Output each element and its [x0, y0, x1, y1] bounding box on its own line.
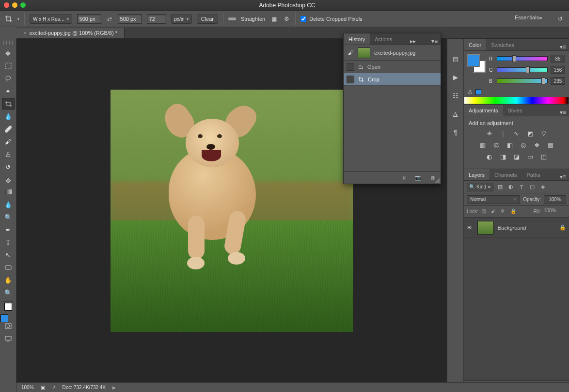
document-tab[interactable]: × excited-puppy.jpg @ 100% (RGB/8) * [16, 28, 125, 38]
delete-cropped-checkbox[interactable]: Delete Cropped Pixels [300, 16, 362, 22]
tools-gripper[interactable] [3, 41, 13, 45]
levels-icon[interactable]: ⟊ [499, 129, 507, 138]
minimize-window-button[interactable] [12, 2, 17, 8]
crop-settings-icon[interactable]: ⚙ [283, 15, 290, 23]
channel-mixer-icon[interactable]: ❖ [533, 141, 541, 149]
layer-name[interactable]: Background [498, 225, 555, 231]
pen-tool[interactable]: ✒ [2, 224, 15, 235]
resize-handle[interactable] [435, 178, 440, 183]
history-collapse-icon[interactable]: ▸▸ [407, 38, 419, 45]
brightness-contrast-icon[interactable]: ☀ [485, 129, 494, 138]
crop-width-field[interactable]: 500 px [77, 14, 101, 24]
brush-presets-icon[interactable]: ☷ [450, 90, 461, 101]
vibrance-icon[interactable]: ▽ [539, 129, 548, 138]
filter-adjustment-icon[interactable]: ◐ [507, 183, 515, 191]
layer-visibility-icon[interactable]: 👁 [467, 225, 474, 231]
clone-stamp-tool[interactable] [2, 148, 15, 160]
fg-bg-color-chips[interactable] [468, 55, 485, 72]
filter-pixel-icon[interactable]: ▧ [496, 183, 504, 191]
eyedropper-tool[interactable]: 💧 [2, 110, 15, 122]
lock-transparency-icon[interactable]: ▨ [481, 208, 488, 215]
lock-pixels-icon[interactable]: 🖌 [491, 208, 498, 215]
tab-styles[interactable]: Styles [503, 105, 527, 116]
gamut-warning-icon[interactable]: ⚠ [468, 89, 473, 95]
history-state[interactable]: 🗀 Open [344, 61, 441, 73]
screen-mode-toggle[interactable] [2, 333, 15, 345]
resolution-unit-dropdown[interactable]: px/in▾ [171, 14, 192, 24]
swap-dimensions-button[interactable]: ⇄ [106, 16, 113, 22]
document-image[interactable] [111, 90, 353, 332]
blur-tool[interactable]: 💧 [2, 199, 15, 210]
brush-tool[interactable]: 🖌 [2, 136, 15, 147]
history-brush-tool[interactable]: ↺ [2, 161, 15, 172]
exposure-icon[interactable]: ◩ [526, 129, 535, 138]
history-state[interactable]: Crop [344, 73, 441, 86]
posterize-icon[interactable]: ◨ [499, 152, 507, 161]
path-selection-tool[interactable]: ↖ [2, 249, 15, 261]
websafe-warning-icon[interactable] [475, 89, 481, 95]
history-panel-menu-icon[interactable]: ▾≡ [428, 38, 441, 45]
status-preview-icon[interactable]: ▣ [41, 385, 45, 390]
g-slider[interactable]: G 156 [489, 66, 565, 74]
overlay-options-icon[interactable]: ▦ [270, 15, 278, 23]
color-swatches[interactable] [1, 306, 15, 319]
layers-panel-menu-icon[interactable]: ▾≡ [557, 173, 569, 180]
dodge-tool[interactable]: 🔍 [2, 211, 15, 223]
invert-icon[interactable]: ◐ [485, 152, 494, 161]
black-white-icon[interactable]: ◧ [506, 141, 514, 149]
clear-button[interactable]: Clear [197, 14, 218, 24]
b-slider[interactable]: B 235 [489, 77, 565, 85]
r-slider[interactable]: R 88 [489, 55, 565, 63]
curves-icon[interactable]: ∿ [512, 129, 521, 138]
hand-tool[interactable]: ✋ [2, 274, 15, 286]
timeline-play-icon[interactable]: ▶ [450, 72, 461, 82]
tab-adjustments[interactable]: Adjustments [464, 105, 503, 116]
crop-height-field[interactable]: 500 px [118, 14, 142, 24]
straighten-label[interactable]: Straighten [241, 16, 265, 22]
gradient-map-icon[interactable]: ▭ [526, 152, 535, 161]
paragraph-panel-icon[interactable]: ¶ [450, 127, 461, 138]
threshold-icon[interactable]: ◪ [512, 152, 521, 161]
tab-layers[interactable]: Layers [464, 169, 490, 180]
color-panel-menu-icon[interactable]: ▾≡ [557, 44, 569, 50]
straighten-icon[interactable] [228, 15, 236, 23]
move-tool[interactable]: ✥ [2, 47, 15, 59]
color-lookup-icon[interactable]: ▦ [546, 141, 555, 149]
quick-mask-toggle[interactable] [2, 320, 15, 332]
zoom-window-button[interactable] [20, 2, 26, 8]
crop-tool[interactable] [2, 98, 15, 110]
selective-color-icon[interactable]: ◫ [539, 152, 548, 161]
mini-bridge-icon[interactable]: ▤ [450, 53, 461, 64]
aspect-ratio-dropdown[interactable]: W x H x Res…▾ [30, 14, 72, 24]
filter-kind-dropdown[interactable]: 🔍Kind≑ [467, 183, 493, 191]
new-document-from-state-icon[interactable]: ⎘ [403, 175, 406, 181]
opacity-field[interactable]: 100% [544, 195, 566, 204]
layer-thumbnail[interactable] [477, 221, 494, 235]
gradient-tool[interactable] [2, 186, 15, 198]
hue-saturation-icon[interactable]: ▥ [478, 141, 487, 149]
type-tool[interactable]: T [2, 236, 15, 248]
filter-smart-icon[interactable]: ◈ [539, 183, 547, 191]
tab-channels[interactable]: Channels [490, 169, 522, 180]
tab-paths[interactable]: Paths [522, 169, 545, 180]
filter-shape-icon[interactable]: ▢ [528, 183, 536, 191]
lock-position-icon[interactable]: ✥ [501, 208, 507, 215]
close-window-button[interactable] [4, 2, 9, 8]
resolution-field[interactable]: 72 [147, 14, 166, 24]
workspace-switcher[interactable]: Essentials≑ [515, 15, 565, 20]
tab-color[interactable]: Color [464, 39, 486, 50]
history-brush-source-icon[interactable]: 🖌 [348, 49, 354, 56]
tab-swatches[interactable]: Swatches [486, 39, 519, 50]
zoom-tool[interactable]: 🔍 [2, 287, 15, 298]
blend-mode-dropdown[interactable]: Normal≑ [467, 195, 520, 204]
snapshot-icon[interactable]: 📷 [415, 174, 422, 181]
character-panel-icon[interactable]: A [450, 109, 461, 119]
tool-preset-chevron[interactable]: ▾ [17, 17, 19, 21]
fill-field[interactable]: 100% [544, 208, 566, 216]
marquee-tool[interactable] [2, 60, 15, 72]
lock-all-icon[interactable]: 🔒 [510, 208, 517, 215]
photo-filter-icon[interactable]: ◎ [519, 141, 528, 149]
color-spectrum[interactable] [464, 97, 569, 104]
status-info-chevron[interactable]: ▶ [112, 385, 116, 390]
eraser-tool[interactable] [2, 173, 15, 185]
